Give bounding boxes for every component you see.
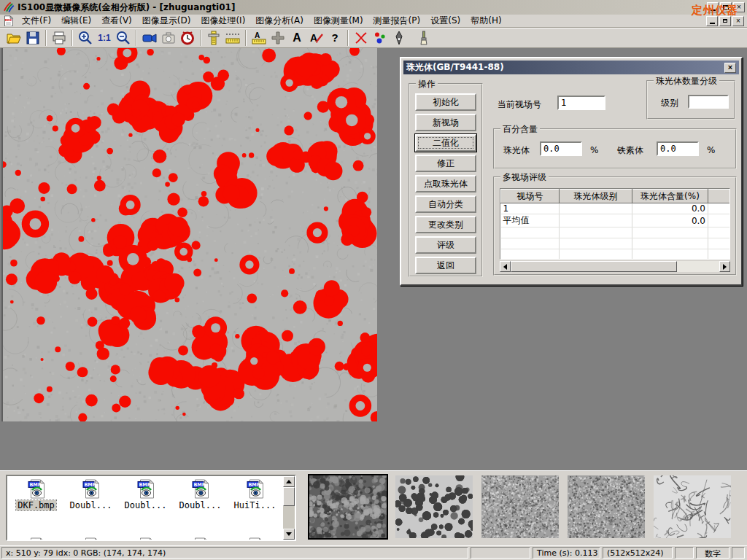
thumbnail-3[interactable]: [481, 475, 559, 538]
file-item[interactable]: [118, 537, 173, 541]
file-item[interactable]: [228, 537, 282, 541]
move-button[interactable]: [268, 29, 287, 47]
print-button[interactable]: [50, 29, 69, 47]
dialog-close-button[interactable]: ×: [724, 63, 736, 73]
thumbnail-5[interactable]: [654, 475, 731, 538]
file-list-scrollbar[interactable]: [283, 476, 295, 540]
menu-item-measure-report[interactable]: 测量报告(P): [368, 14, 426, 28]
minimize-button[interactable]: [707, 2, 719, 12]
camera-icon: [160, 30, 177, 46]
maximize-button[interactable]: [720, 2, 732, 12]
phase-particles-button[interactable]: [371, 29, 390, 47]
level-label: 级别: [661, 97, 678, 109]
file-item[interactable]: [63, 537, 118, 541]
pen-button[interactable]: [390, 29, 409, 47]
cut-icon: [353, 30, 369, 46]
up-arrow-icon: [286, 480, 292, 483]
scroll-right-button[interactable]: [719, 261, 730, 272]
dialog-title-bar[interactable]: 珠光体(GB/T9441-88) ×: [403, 61, 739, 74]
table-h-scrollbar[interactable]: [500, 261, 730, 272]
video-capture-button[interactable]: [140, 29, 159, 47]
thumbnail-2[interactable]: [395, 475, 473, 538]
app-logo-icon: [2, 1, 15, 13]
table-cell: [708, 203, 731, 214]
table-cell: [560, 214, 632, 228]
metallographic-image[interactable]: [1, 48, 377, 421]
file-item[interactable]: Doubl...: [173, 479, 228, 510]
open-button[interactable]: [4, 29, 23, 47]
new-field-button[interactable]: 新视场: [415, 114, 476, 131]
bmp-file-icon: [137, 537, 155, 541]
camera-capture-button[interactable]: [159, 29, 178, 47]
ferrite-percent-input[interactable]: [657, 141, 699, 156]
correct-button[interactable]: 修正: [415, 155, 476, 172]
initialize-button[interactable]: 初始化: [415, 93, 476, 111]
zoom-out-button[interactable]: [114, 29, 133, 47]
left-arrow-icon: [503, 264, 507, 270]
menu-item-view[interactable]: 查看(V): [96, 14, 137, 28]
menu-item-help[interactable]: 帮助(H): [465, 14, 506, 28]
table-cell: 0.0: [632, 214, 708, 228]
help-icon: ?: [331, 31, 338, 44]
auto-classify-button[interactable]: 自动分类: [415, 195, 476, 213]
menu-item-image-analysis[interactable]: 图像分析(A): [250, 14, 309, 28]
table-row[interactable]: 平均值 0.0: [501, 214, 731, 228]
table-row[interactable]: 1 0.0: [501, 203, 731, 214]
cut-button[interactable]: [352, 29, 371, 47]
ruler-icon: [225, 30, 241, 46]
change-class-button[interactable]: 更改类别: [415, 216, 476, 233]
scroll-up-button[interactable]: [283, 476, 295, 487]
zoom-out-icon: [115, 30, 131, 46]
file-item[interactable]: Doubl...: [63, 479, 118, 510]
file-item[interactable]: [9, 537, 63, 541]
save-button[interactable]: [23, 29, 42, 47]
return-button[interactable]: 返回: [415, 257, 476, 274]
caliper-button[interactable]: [204, 29, 223, 47]
help-button[interactable]: ?: [325, 29, 344, 47]
image-size-status: (512x512x24): [603, 547, 673, 559]
level-input[interactable]: [688, 95, 729, 109]
brush-button[interactable]: [414, 29, 433, 47]
menu-item-edit[interactable]: 编辑(E): [56, 14, 96, 28]
rate-button[interactable]: 评级: [415, 236, 476, 254]
toolbar-separator: [71, 30, 73, 46]
file-item[interactable]: HuiTi...: [228, 479, 282, 510]
scroll-left-button[interactable]: [500, 261, 511, 272]
text-button[interactable]: A: [287, 29, 306, 47]
thumbnail-4[interactable]: [568, 475, 645, 538]
actual-size-button[interactable]: 1:1: [95, 29, 114, 47]
zoom-in-icon: [77, 30, 93, 46]
file-item[interactable]: DKF.bmp: [9, 479, 63, 510]
mdi-restore-button[interactable]: [719, 16, 731, 26]
scrollbar-thumb[interactable]: [283, 487, 295, 506]
measure-text-button[interactable]: A: [249, 29, 268, 47]
mdi-close-button[interactable]: ×: [732, 16, 744, 26]
menu-item-image-processing[interactable]: 图像处理(I): [196, 14, 250, 28]
menu-item-settings[interactable]: 设置(S): [425, 14, 465, 28]
menu-item-file[interactable]: 文件(F): [17, 14, 56, 28]
pick-pearlite-button[interactable]: 点取珠光体: [415, 175, 476, 192]
ruler-button[interactable]: [223, 29, 242, 47]
annotate-button[interactable]: A: [306, 29, 325, 47]
close-button[interactable]: ×: [733, 2, 745, 12]
menu-item-image-display[interactable]: 图像显示(D): [137, 14, 196, 28]
thumbnail-1[interactable]: [309, 475, 387, 538]
open-icon: [6, 30, 22, 46]
scrollbar-thumb[interactable]: [511, 261, 677, 272]
menu-item-image-measure[interactable]: 图像测量(M): [309, 14, 368, 28]
scroll-down-button[interactable]: [283, 529, 295, 540]
binarize-button[interactable]: 二值化: [415, 134, 476, 152]
timer-button[interactable]: [178, 29, 197, 47]
toolbar-separator: [136, 30, 137, 46]
save-icon: [25, 30, 41, 46]
current-field-input[interactable]: [557, 96, 605, 110]
zoom-in-button[interactable]: [76, 29, 95, 47]
file-item[interactable]: Doubl...: [118, 479, 173, 510]
mdi-minimize-button[interactable]: [706, 16, 718, 26]
table-cell: 1: [501, 203, 560, 214]
pearlite-percent-input[interactable]: [540, 141, 582, 156]
file-item[interactable]: [173, 537, 228, 541]
table-row: [501, 249, 731, 260]
svg-text:A: A: [255, 31, 260, 39]
rating-table[interactable]: 视场号 珠光体级别 珠光体含量(%) 铁素体 1 0.0: [500, 188, 730, 260]
